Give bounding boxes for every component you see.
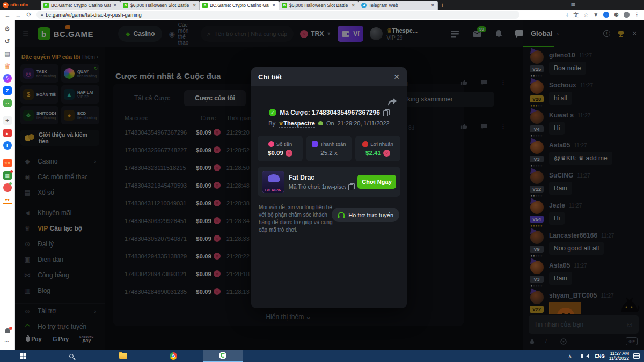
stat-label: Thanh toán [320,141,346,147]
bet-author-line: By ♛Thespectre On 21:29:20, 1/11/2022 [251,120,407,128]
bet-code-text: Mã Cược: 1748304354967367296 [280,109,380,116]
coccoc-button-active[interactable] [203,350,243,362]
bet-details-modal: Chi tiết ✕ ✓ Mã Cược: 174830435496736729… [251,67,407,308]
close-icon[interactable]: ✕ [393,72,400,81]
back-button[interactable]: ← [2,12,13,18]
bet-stat-box: Lợi nhuận $2.41 [355,136,400,161]
url-text: bc.game/vi/game/fat-drac-by-push-gaming [46,12,141,18]
game-card: FAT DRAC Fat Drac Mã Trò chơi: 1nw-piscv… [258,167,400,197]
coccoc-brand: cốc cốc [0,0,41,10]
cart-icon[interactable] [3,196,12,204]
copy-icon[interactable] [383,109,389,116]
play-now-button[interactable]: Chơi Ngay [357,175,396,189]
add-shortcut-icon[interactable] [3,116,12,125]
stat-value: 25.2 x [320,150,337,156]
stat-value: $0.09 [268,150,283,156]
browser-sidebar-bottom: ⋯ [4,328,11,350]
taskbar-clock[interactable]: 11:27 AM 11/2/2022 [609,351,629,361]
download-icon[interactable]: ↓ [603,12,609,18]
live-support-button[interactable]: Hỗ trợ trực tuyến [332,208,399,222]
volume-icon[interactable] [586,354,589,358]
system-tray: ∧ ENG 11:27 AM 11/2/2022 [568,350,644,362]
reload-button[interactable]: ⟳ [24,11,34,18]
windows-taskbar: ∧ ENG 11:27 AM 11/2/2022 [0,350,644,362]
tab-close-icon[interactable]: ✕ [272,3,276,8]
sale-icon[interactable] [3,159,12,167]
browser-sidebar: ⋯ [0,20,15,350]
crown-icon: ♛ [279,121,283,127]
profile-avatar[interactable] [624,12,630,18]
shield-icon[interactable]: ▼ [593,12,598,18]
more-icon[interactable]: ⋯ [4,338,10,344]
bookmark-star-icon[interactable]: ☆ [583,12,588,18]
tab-favicon: b [202,3,208,8]
stat-label: Số tiền [276,141,292,147]
language-indicator[interactable]: ENG [595,353,604,359]
messenger-icon[interactable] [3,74,12,83]
tab-favicon: b [123,3,128,8]
stat-value: $2.41 [365,150,381,156]
browser-address-bar: ← → ⟳ 🔒︎ bc.game/vi/game/fat-drac-by-pus… [0,10,644,20]
browser-tab[interactable]: b BC.Game: Crypto Casino Gan ✕ [41,1,120,10]
game-name: Fat Drac [289,174,353,181]
promo-icon[interactable] [3,183,12,192]
taskbar-search-button[interactable] [63,350,79,362]
tab-favicon: b [282,3,287,8]
tab-search-icon[interactable]: ▦ [570,2,575,7]
divider [4,154,11,154]
reading-list-icon[interactable] [3,49,12,58]
tab-favicon: b [43,3,49,8]
copy-icon[interactable] [348,183,353,190]
bet-code-line: ✓ Mã Cược: 1748304354967367296 [251,109,407,116]
new-tab-button[interactable]: + [438,1,447,10]
support-note: Mọi vấn đề, xin vui lòng liên hệ với bộ … [259,204,340,234]
stat-icon [362,141,368,147]
bet-author-link[interactable]: ♛Thespectre [279,120,315,128]
url-bar[interactable]: 🔒︎ bc.game/vi/game/fat-drac-by-push-gami… [36,11,519,19]
vip-crown-icon[interactable] [3,62,12,70]
stat-icon [268,141,274,147]
tab-title: $6,000 Halloween Slot Battle [130,3,190,8]
settings-icon[interactable] [3,25,12,33]
file-explorer-button[interactable] [115,350,131,362]
save-page-icon[interactable]: ⤓ [566,12,568,18]
coccoc-brand-label: cốc cốc [10,2,28,8]
game-thumbnail[interactable]: FAT DRAC [262,171,284,193]
game-code: Mã Trò chơi: 1nw-piscv5v... [289,183,346,190]
action-center-icon[interactable] [633,353,640,359]
gift-icon[interactable] [3,171,12,180]
translate-icon[interactable]: 文 [573,11,579,19]
history-icon[interactable] [3,37,12,46]
trx-coin-icon [383,150,390,157]
coccoc-logo-icon [3,2,9,8]
tab-title: BC.Game: Crypto Casino Gan [51,3,111,8]
divider [4,112,11,112]
browser-menu-icon[interactable]: ⋮ [634,12,640,18]
tab-close-icon[interactable]: ✕ [113,3,117,8]
notifications-icon[interactable] [4,328,11,335]
tab-close-icon[interactable]: ✕ [351,3,355,8]
start-button[interactable] [15,350,31,362]
youtube-icon[interactable] [3,129,12,137]
games-icon[interactable] [3,99,12,107]
browser-tab[interactable]: ◄ Telegram Web ✕ [358,1,438,10]
tab-close-icon[interactable]: ✕ [192,3,196,8]
tab-favicon: ◄ [361,3,367,8]
screen: cốc cốc b BC.Game: Crypto Casino Gan ✕ b… [0,0,644,362]
tray-expand-icon[interactable]: ∧ [568,353,572,359]
modal-title: Chi tiết [258,73,282,81]
address-bar-icons: ⤓ 文 ☆ ▼ ↓ ⚈ ⋮ [562,11,644,19]
tab-title: BC.Game: Crypto Casino Gan [210,3,269,8]
browser-tab[interactable]: b $6,000 Halloween Slot Battle ✕ [120,1,200,10]
tab-close-icon[interactable]: ✕ [430,3,435,8]
zalo-icon[interactable] [3,86,12,95]
chrome-button[interactable] [165,350,181,362]
browser-tab[interactable]: b $6,000 Halloween Slot Battle ✕ [279,1,358,10]
extensions-icon[interactable]: ⚈ [614,12,619,18]
forward-button[interactable]: → [13,12,24,18]
share-icon[interactable] [387,98,397,108]
facebook-icon[interactable] [3,141,12,150]
browser-tab-strip: cốc cốc b BC.Game: Crypto Casino Gan ✕ b… [0,0,644,10]
lock-icon: 🔒︎ [41,12,43,18]
browser-tab[interactable]: b BC.Game: Crypto Casino Gan ✕ [200,1,279,10]
